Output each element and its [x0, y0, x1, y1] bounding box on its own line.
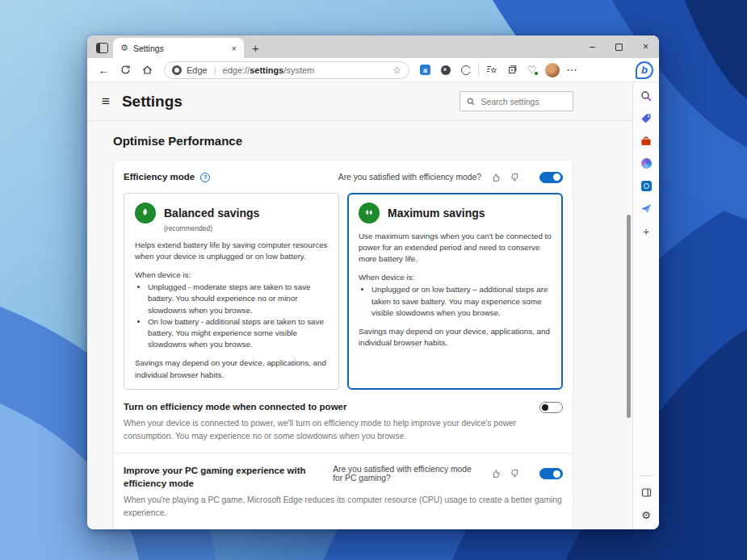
- extension-button-1[interactable]: [435, 61, 455, 80]
- maximum-title: Maximum savings: [388, 207, 485, 219]
- power-toggle[interactable]: [539, 402, 563, 413]
- efficiency-mode-label: Efficiency mode: [124, 171, 195, 184]
- gaming-setting-title: Improve your PC gaming experience with e…: [124, 465, 333, 490]
- sidebar-games-button[interactable]: [640, 157, 653, 169]
- sidebar-panel-button[interactable]: [640, 487, 653, 499]
- sidebar-panel-icon: [641, 487, 652, 498]
- thumbs-up-icon[interactable]: [491, 173, 501, 182]
- tab-close-icon[interactable]: ×: [232, 44, 237, 53]
- address-separator: |: [214, 65, 216, 75]
- close-button[interactable]: ×: [632, 36, 659, 58]
- edge-site-icon: [172, 65, 182, 75]
- back-button[interactable]: ←: [93, 61, 115, 80]
- bullet-item: Unplugged - moderate steps are taken to …: [148, 282, 328, 316]
- favorites-button[interactable]: [481, 61, 501, 80]
- gear-icon: ⚙: [120, 44, 128, 52]
- thumbs-down-icon[interactable]: [510, 173, 520, 182]
- when-device-label: When device is:: [135, 270, 328, 281]
- sidebar-divider: [640, 475, 653, 476]
- extension-icon-ring: [461, 65, 471, 75]
- thumbs-up-icon[interactable]: [491, 469, 501, 479]
- feedback-question: Are you satisfied with efficiency mode?: [338, 173, 481, 182]
- translate-button[interactable]: a: [415, 61, 435, 80]
- search-icon: [467, 97, 475, 107]
- settings-header: ≡ Settings: [87, 82, 632, 121]
- more-icon: ⋯: [567, 64, 578, 76]
- toolbox-icon: [640, 136, 652, 147]
- maximize-button[interactable]: [606, 36, 632, 58]
- maximum-footer: Savings may depend on your device, appli…: [359, 326, 552, 349]
- gaming-feedback: Are you satisfied with efficiency mode f…: [333, 465, 563, 483]
- home-button[interactable]: [136, 61, 158, 80]
- sidebar-shopping-button[interactable]: [640, 112, 653, 124]
- paper-plane-icon: [640, 203, 652, 214]
- outlook-icon: [641, 181, 652, 191]
- toolbar-divider: [478, 64, 479, 76]
- efficiency-mode-row: Efficiency mode ? Are you satisfied with…: [124, 171, 563, 184]
- tab-strip: ⚙ Settings × + – ×: [87, 36, 659, 58]
- gaming-toggle[interactable]: [539, 468, 563, 479]
- new-tab-button[interactable]: +: [252, 42, 259, 54]
- edge-browser-window: ⚙ Settings × + – × ← Edge | edge://setti…: [87, 36, 659, 529]
- gaming-setting-row: Improve your PC gaming experience with e…: [124, 465, 563, 519]
- home-icon: [142, 65, 153, 75]
- maximum-description: Use maximum savings when you can't be co…: [359, 231, 552, 265]
- maximize-icon: [615, 44, 623, 51]
- thumbs-down-icon[interactable]: [510, 469, 520, 479]
- menu-icon[interactable]: ≡: [102, 94, 110, 110]
- window-controls: – ×: [579, 36, 659, 58]
- favorite-star-icon[interactable]: ☆: [392, 65, 401, 76]
- maximum-savings-card[interactable]: Maximum savings Use maximum savings when…: [347, 193, 563, 390]
- url-text: edge://settings/system: [223, 65, 315, 75]
- refresh-icon: [120, 65, 131, 75]
- address-bar[interactable]: Edge | edge://settings/system ☆: [164, 61, 409, 79]
- sidebar-outlook-button[interactable]: [640, 180, 653, 192]
- balanced-savings-card[interactable]: Balanced savings (recommended) Helps ext…: [124, 193, 339, 390]
- collections-icon: [506, 65, 518, 75]
- site-label: Edge: [187, 65, 208, 75]
- page-body: Optimise Performance Efficiency mode ? A…: [87, 121, 632, 529]
- collections-button[interactable]: [501, 61, 522, 80]
- gaming-setting-description: When you're playing a PC game, Microsoft…: [124, 494, 563, 519]
- settings-menu-button[interactable]: ⋯: [562, 61, 582, 80]
- shopping-tag-icon: [640, 113, 652, 124]
- sidebar-tools-button[interactable]: [640, 135, 653, 147]
- minimize-button[interactable]: –: [579, 36, 606, 58]
- efficiency-mode-toggle[interactable]: [539, 172, 563, 183]
- sidebar-drop-button[interactable]: [640, 203, 653, 215]
- balanced-title: Balanced savings: [164, 207, 259, 219]
- workspaces-icon[interactable]: [96, 43, 108, 53]
- browser-essentials-button[interactable]: ♡: [522, 61, 542, 80]
- search-icon: [640, 90, 652, 102]
- bullet-item: Unplugged or on low battery – additional…: [371, 284, 552, 319]
- help-icon[interactable]: ?: [200, 173, 210, 182]
- efficiency-mode-options: Balanced savings (recommended) Helps ext…: [124, 193, 563, 390]
- leaf-icon: [135, 203, 156, 224]
- section-heading: Optimise Performance: [113, 134, 632, 148]
- extension-icon-dark: [441, 65, 451, 75]
- essentials-status-dot: [534, 71, 539, 76]
- efficiency-feedback: Are you satisfied with efficiency mode?: [338, 172, 563, 183]
- profile-button[interactable]: [542, 61, 562, 80]
- scrollbar-thumb[interactable]: [627, 215, 631, 418]
- balanced-footer: Savings may depend on your device, appli…: [135, 357, 328, 380]
- power-setting-title: Turn on efficiency mode when connected t…: [124, 401, 346, 414]
- refresh-button[interactable]: [115, 61, 136, 80]
- extension-button-2[interactable]: [455, 61, 476, 80]
- copilot-button[interactable]: b: [636, 61, 653, 79]
- double-leaf-icon: [359, 203, 380, 224]
- browser-toolbar: ← Edge | edge://settings/system ☆ a ♡ ⋯ …: [87, 58, 659, 82]
- games-swirl-icon: [641, 158, 652, 169]
- tab-settings[interactable]: ⚙ Settings ×: [113, 38, 244, 58]
- translate-icon: a: [420, 65, 430, 75]
- sidebar-add-button[interactable]: +: [640, 225, 653, 237]
- balanced-description: Helps extend battery life by saving comp…: [135, 240, 328, 262]
- settings-page: ≡ Settings Optimise Performance Efficien…: [87, 82, 632, 529]
- search-input[interactable]: [481, 97, 566, 107]
- edge-sidebar: + ⚙: [632, 82, 659, 529]
- sidebar-settings-button[interactable]: ⚙: [640, 509, 653, 521]
- search-settings-box[interactable]: [460, 91, 573, 111]
- sidebar-search-button[interactable]: [640, 90, 653, 102]
- row-divider: [114, 453, 573, 453]
- power-setting-row: Turn on efficiency mode when connected t…: [124, 401, 563, 442]
